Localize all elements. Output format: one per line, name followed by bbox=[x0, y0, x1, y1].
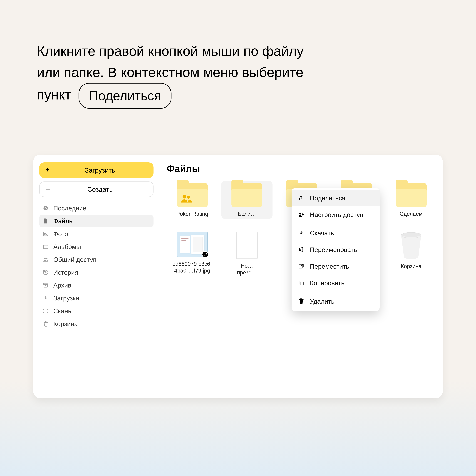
upload-button[interactable]: Загрузить bbox=[39, 162, 153, 178]
menu-share-label: Поделиться bbox=[310, 194, 345, 202]
nav-scans[interactable]: Сканы bbox=[39, 305, 153, 317]
menu-download[interactable]: Скачать bbox=[291, 225, 380, 241]
file-icon bbox=[42, 218, 49, 224]
download-icon bbox=[298, 230, 305, 236]
instruction-line2: или папке. В контекстном меню выберите bbox=[37, 65, 303, 80]
nav-shared[interactable]: Общий доступ bbox=[39, 253, 153, 266]
create-label: Создать bbox=[51, 186, 148, 193]
upload-icon bbox=[44, 167, 51, 173]
trash-bin-icon bbox=[399, 232, 423, 259]
nav-photo[interactable]: Фото bbox=[39, 227, 153, 240]
svg-point-8 bbox=[183, 195, 186, 199]
nav-files-label: Файлы bbox=[53, 217, 74, 225]
main-content: Файлы Poker-Rating Бели bbox=[159, 155, 444, 398]
scan-icon bbox=[42, 308, 49, 314]
file-new-presentation[interactable]: Но… презе… bbox=[221, 230, 272, 277]
image-thumbnail-icon bbox=[177, 232, 208, 257]
folder-selected[interactable]: Бели… bbox=[221, 181, 272, 219]
menu-copy-label: Копировать bbox=[310, 279, 344, 287]
share-pill-label: Поделиться bbox=[89, 86, 161, 106]
svg-rect-4 bbox=[44, 245, 48, 249]
instruction-text: Кликните правой кнопкой мыши по файлу ил… bbox=[37, 40, 439, 109]
people-plus-icon bbox=[298, 212, 305, 218]
nav-scans-label: Сканы bbox=[53, 307, 73, 315]
nav-recent-label: Последние bbox=[53, 204, 86, 212]
trash-icon bbox=[42, 321, 49, 327]
folder-sdelaem[interactable]: Сделаем bbox=[386, 181, 437, 219]
svg-point-3 bbox=[45, 233, 46, 234]
svg-rect-15 bbox=[300, 282, 303, 285]
context-menu: Поделиться Настроить доступ Скачать bbox=[291, 188, 380, 311]
image-icon bbox=[42, 231, 49, 237]
menu-rename-label: Переименовать bbox=[310, 246, 357, 253]
svg-rect-13 bbox=[299, 235, 303, 235]
folder-icon bbox=[231, 183, 262, 207]
item-label: Бели… bbox=[238, 210, 256, 217]
share-pill: Поделиться bbox=[79, 83, 171, 109]
sidebar: Загрузить Создать Последние bbox=[33, 155, 159, 398]
shared-people-icon bbox=[181, 194, 192, 203]
folder-icon bbox=[177, 183, 208, 207]
nav-files[interactable]: Файлы bbox=[39, 215, 153, 227]
svg-point-5 bbox=[44, 258, 46, 259]
item-label: Корзина bbox=[401, 263, 422, 270]
menu-access-label: Настроить доступ bbox=[310, 211, 363, 218]
svg-rect-7 bbox=[43, 283, 48, 284]
nav-history[interactable]: История bbox=[39, 266, 153, 279]
nav-archive[interactable]: Архив bbox=[39, 279, 153, 292]
albums-icon bbox=[42, 244, 49, 250]
sidebar-nav: Последние Файлы Фото bbox=[39, 202, 153, 330]
delete-icon bbox=[298, 298, 305, 305]
nav-trash[interactable]: Корзина bbox=[39, 317, 153, 330]
copy-icon bbox=[298, 280, 305, 286]
menu-share[interactable]: Поделиться bbox=[291, 190, 380, 206]
menu-delete-label: Удалить bbox=[310, 298, 334, 305]
rename-icon bbox=[298, 247, 305, 253]
page-title: Файлы bbox=[167, 163, 437, 174]
move-icon bbox=[298, 263, 305, 270]
menu-copy[interactable]: Копировать bbox=[291, 275, 380, 291]
item-label: Poker-Rating bbox=[176, 210, 208, 217]
nav-trash-label: Корзина bbox=[53, 320, 78, 327]
history-icon bbox=[42, 270, 49, 275]
menu-divider bbox=[291, 292, 380, 292]
disk-window: Загрузить Создать Последние bbox=[33, 155, 443, 398]
svg-point-12 bbox=[299, 213, 301, 215]
document-thumbnail-icon bbox=[236, 232, 258, 259]
share-icon bbox=[298, 195, 305, 201]
instruction-line1: Кликните правой кнопкой мыши по файлу bbox=[37, 43, 304, 59]
nav-recent[interactable]: Последние bbox=[39, 202, 153, 215]
item-label: ed889079-c3c6-4ba0-…f79.jpg bbox=[170, 260, 215, 274]
nav-archive-label: Архив bbox=[53, 282, 71, 289]
instruction-line3-prefix: пункт bbox=[37, 87, 71, 102]
menu-move[interactable]: Переместить bbox=[291, 258, 380, 275]
svg-point-6 bbox=[46, 258, 48, 259]
menu-divider bbox=[291, 224, 380, 224]
people-icon bbox=[42, 256, 49, 262]
svg-point-9 bbox=[187, 196, 190, 199]
folder-icon bbox=[396, 183, 427, 207]
nav-photo-label: Фото bbox=[53, 230, 68, 238]
nav-downloads-label: Загрузки bbox=[53, 294, 79, 302]
menu-delete[interactable]: Удалить bbox=[291, 293, 380, 310]
archive-icon bbox=[42, 282, 49, 288]
item-label: Сделаем bbox=[400, 210, 423, 217]
upload-label: Загрузить bbox=[51, 166, 149, 174]
nav-history-label: История bbox=[53, 269, 78, 276]
create-button[interactable]: Создать bbox=[39, 182, 153, 197]
plus-icon bbox=[44, 187, 51, 192]
svg-rect-0 bbox=[46, 172, 49, 172]
menu-download-label: Скачать bbox=[310, 229, 334, 237]
nav-albums-label: Альбомы bbox=[53, 243, 81, 250]
nav-downloads[interactable]: Загрузки bbox=[39, 292, 153, 305]
link-badge-icon bbox=[202, 251, 208, 258]
nav-albums[interactable]: Альбомы bbox=[39, 240, 153, 253]
menu-access[interactable]: Настроить доступ bbox=[291, 206, 380, 223]
file-jpg[interactable]: ed889079-c3c6-4ba0-…f79.jpg bbox=[167, 230, 218, 277]
trash-item[interactable]: Корзина bbox=[386, 230, 437, 277]
download-icon bbox=[42, 295, 49, 301]
folder-poker-rating[interactable]: Poker-Rating bbox=[167, 181, 218, 219]
clock-icon bbox=[42, 205, 49, 211]
menu-rename[interactable]: Переименовать bbox=[291, 241, 380, 258]
menu-move-label: Переместить bbox=[310, 263, 349, 270]
